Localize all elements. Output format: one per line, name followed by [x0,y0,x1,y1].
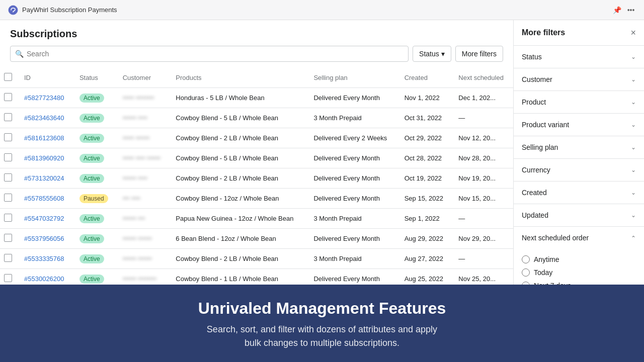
row-checkbox[interactable] [4,93,12,101]
chevron-icon: ⌄ [631,99,636,106]
subscription-id-link[interactable]: #5827723480 [24,94,64,102]
next-scheduled-cell: Nov 28, 20... [452,148,513,168]
radio-input[interactable] [522,255,530,263]
filter-section-header[interactable]: Product ⌄ [514,91,644,113]
svg-point-0 [9,6,18,15]
status-badge: Active [79,154,104,163]
product-cell: Cowboy Blend - 2 LB / Whole Bean [170,249,307,269]
subscription-id-link[interactable]: #5813960920 [24,154,64,162]
row-checkbox[interactable] [4,274,12,282]
row-checkbox[interactable] [4,173,12,182]
next-scheduled-cell: — [452,108,513,128]
subscription-id-link[interactable]: #5731320024 [24,174,64,182]
filter-section-header[interactable]: Customer ⌄ [514,68,644,90]
filter-section-product-variant: Product variant ⌄ [514,114,644,136]
status-badge: Active [79,174,104,183]
created-cell: Oct 31, 2022 [398,108,453,128]
radio-option[interactable]: Next 7 days [522,279,636,285]
select-all-checkbox[interactable] [4,73,12,81]
customer-name: •••••• ••• [123,215,145,222]
filter-section-header[interactable]: Selling plan ⌄ [514,136,644,158]
chevron-icon: ⌄ [631,76,636,83]
status-badge: Active [79,94,104,103]
filter-section-next-scheduled-order: Next scheduled order ⌄ Anytime Today Nex… [514,227,644,285]
created-cell: Sep 1, 2022 [398,209,453,229]
next-scheduled-cell: Nov 15, 20... [452,189,513,209]
customer-name: •••••• •••••••• [123,275,156,283]
filter-section-currency: Currency ⌄ [514,159,644,182]
product-cell: Cowboy Blend - 5 LB / Whole Bean [170,148,307,168]
filter-section-header[interactable]: Created ⌄ [514,182,644,204]
radio-option[interactable]: Today [522,266,636,279]
status-badge: Active [79,254,104,263]
chevron-icon: ⌄ [631,166,636,173]
filter-section-label: Product [522,98,546,106]
search-input[interactable] [10,46,409,62]
filter-section-header[interactable]: Next scheduled order ⌄ [514,227,644,249]
row-checkbox[interactable] [4,194,12,202]
more-options-icon[interactable]: ••• [626,5,636,15]
product-cell: Cowboy Blend - 5 LB / Whole Bean [170,108,307,128]
filter-section-label: Customer [522,75,552,83]
next-scheduled-cell: Nov 29, 20... [452,229,513,249]
table-row: #5533335768 Active •••••• •••••• Cowboy … [0,249,513,269]
filter-section-header[interactable]: Product variant ⌄ [514,114,644,136]
filter-section-product: Product ⌄ [514,91,644,114]
selling-plan-cell: Delivered Every Month [307,148,398,168]
filter-section-header[interactable]: Status ⌄ [514,46,644,68]
product-cell: Cowboy Blend - 2 LB / Whole Bean [170,128,307,148]
close-filters-button[interactable]: × [630,28,636,37]
filter-section-selling-plan: Selling plan ⌄ [514,136,644,159]
subscription-id-link[interactable]: #5530026200 [24,275,64,283]
radio-input[interactable] [522,268,530,277]
filter-section-label: Product variant [522,121,569,129]
pin-icon[interactable]: 📌 [612,5,622,15]
filter-section-content: Anytime Today Next 7 days Next 30 days [514,249,644,285]
app-title: PayWhirl Subscription Payments [22,6,117,14]
next-scheduled-cell: — [452,249,513,269]
selling-plan-cell: 3 Month Prepaid [307,108,398,128]
subscription-id-link[interactable]: #5816123608 [24,134,64,142]
next-scheduled-cell: Nov 12, 20... [452,128,513,148]
row-checkbox[interactable] [4,113,12,121]
col-customer: Customer [117,68,170,88]
subscription-id-link[interactable]: #5578555608 [24,195,64,202]
filter-section-header[interactable]: Currency ⌄ [514,159,644,181]
row-checkbox[interactable] [4,254,12,262]
selling-plan-cell: 3 Month Prepaid [307,209,398,229]
table-row: #5816123608 Active ••••• •••••• Cowboy B… [0,128,513,148]
filter-section-created: Created ⌄ [514,182,644,204]
subscription-id-link[interactable]: #5547032792 [24,215,64,222]
table-row: #5578555608 Paused ••• •••• Cowboy Blend… [0,189,513,209]
row-checkbox[interactable] [4,133,12,141]
filter-section-header[interactable]: Updated ⌄ [514,204,644,226]
status-filter-button[interactable]: Status ▾ [413,46,451,62]
created-cell: Aug 29, 2022 [398,229,453,249]
created-cell: Aug 25, 2022 [398,269,453,285]
filter-section-customer: Customer ⌄ [514,68,644,91]
subscription-id-link[interactable]: #5533335768 [24,255,64,262]
status-badge: Active [79,134,104,143]
selling-plan-cell: Delivered Every Month [307,229,398,249]
row-checkbox[interactable] [4,214,12,222]
app-header-left: PayWhirl Subscription Payments [8,5,117,15]
radio-option[interactable]: Anytime [522,253,636,266]
subscriptions-table: ID Status Customer Products Selling plan… [0,68,513,285]
status-badge: Paused [79,194,108,203]
table-row: #5537956056 Active •••••• •••••• 6 Bean … [0,229,513,249]
chevron-icon: ⌄ [631,234,636,241]
customer-name: •••••• •••••• [123,255,152,262]
row-checkbox[interactable] [4,153,12,161]
panel-header: Subscriptions [0,20,513,46]
subscription-id-link[interactable]: #5823463640 [24,114,64,122]
customer-name: •••••• •••• [123,114,147,122]
subscription-id-link[interactable]: #5537956056 [24,235,64,242]
created-cell: Oct 28, 2022 [398,148,453,168]
product-cell: Papua New Guinea - 12oz / Whole Bean [170,209,307,229]
row-checkbox[interactable] [4,234,12,242]
more-filters-button[interactable]: More filters [455,46,503,62]
filter-section-label: Created [522,189,547,197]
selling-plan-cell: 3 Month Prepaid [307,249,398,269]
subscriptions-table-container: ID Status Customer Products Selling plan… [0,68,513,285]
window-chrome: PayWhirl Subscription Payments 📌 ••• [0,0,644,20]
